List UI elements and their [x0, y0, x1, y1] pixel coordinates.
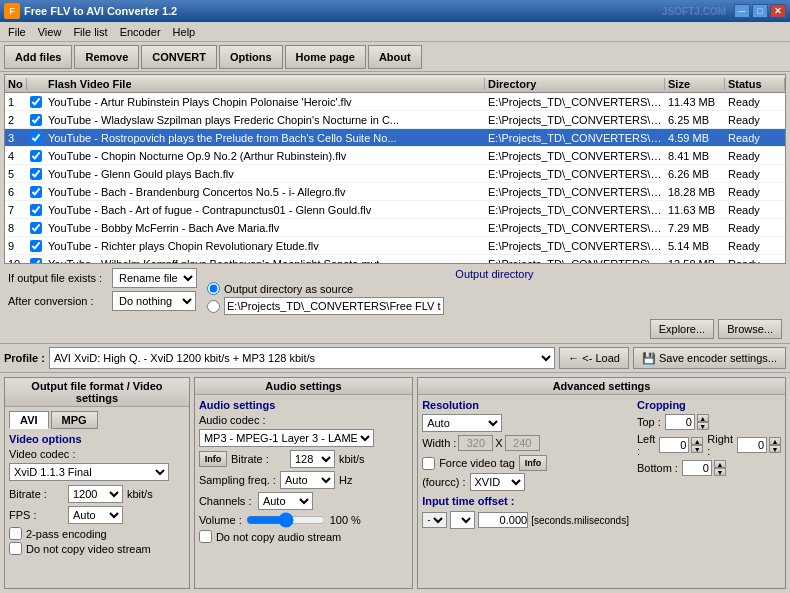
video-codec-label: Video codec :	[9, 448, 75, 460]
table-row[interactable]: 3 YouTube - Rostropovich plays the Prelu…	[5, 129, 785, 147]
menu-view[interactable]: View	[32, 24, 68, 40]
profile-select[interactable]: AVI XviD: High Q. - XviD 1200 kbit/s + M…	[49, 347, 555, 369]
time-unit-select[interactable]: ▼	[450, 511, 475, 529]
explore-button[interactable]: Explore...	[650, 319, 714, 339]
video-panel-title: Output file format / Video settings	[5, 378, 189, 407]
menu-file[interactable]: File	[2, 24, 32, 40]
about-button[interactable]: About	[368, 45, 422, 69]
audio-info-button[interactable]: Info	[199, 451, 227, 467]
crop-left-up[interactable]: ▲	[691, 437, 703, 445]
crop-right-input[interactable]	[737, 437, 767, 453]
row-checkbox[interactable]	[30, 240, 42, 252]
options-button[interactable]: Options	[219, 45, 283, 69]
channels-select[interactable]: Auto Stereo Mono	[258, 492, 313, 510]
remove-button[interactable]: Remove	[74, 45, 139, 69]
row-checkbox[interactable]	[30, 204, 42, 216]
crop-bottom-input[interactable]	[682, 460, 712, 476]
add-files-button[interactable]: Add files	[4, 45, 72, 69]
row-dir: E:\Projects_TD\_CONVERTERS\_FLV	[485, 114, 665, 126]
time-sign-select[interactable]: + -	[422, 512, 447, 528]
row-checkbox[interactable]	[30, 258, 42, 265]
convert-button[interactable]: CONVERT	[141, 45, 217, 69]
crop-left-input[interactable]	[659, 437, 689, 453]
load-profile-icon: ←	[568, 352, 579, 364]
table-row[interactable]: 9 YouTube - Richter plays Chopin Revolut…	[5, 237, 785, 255]
load-profile-button[interactable]: ← <- Load	[559, 347, 629, 369]
crop-top-input[interactable]	[665, 414, 695, 430]
row-checkbox[interactable]	[30, 114, 42, 126]
table-row[interactable]: 10 YouTube - Wilhelm Kempff plays Beetho…	[5, 255, 785, 264]
table-row[interactable]: 6 YouTube - Bach - Brandenburg Concertos…	[5, 183, 785, 201]
audio-codec-select[interactable]: MP3 - MPEG-1 Layer 3 - LAME 3.98 AAC OGG	[199, 429, 374, 447]
row-checkbox[interactable]	[30, 168, 42, 180]
row-checkbox[interactable]	[30, 186, 42, 198]
time-offset-input[interactable]	[478, 512, 528, 528]
volume-slider[interactable]	[246, 513, 326, 527]
row-dir: E:\Projects_TD\_CONVERTERS\_FLV	[485, 150, 665, 162]
row-no: 9	[5, 240, 27, 252]
crop-right-down[interactable]: ▼	[769, 445, 781, 453]
minimize-button[interactable]: ─	[734, 4, 750, 18]
close-button[interactable]: ✕	[770, 4, 786, 18]
table-row[interactable]: 8 YouTube - Bobby McFerrin - Bach Ave Ma…	[5, 219, 785, 237]
menu-filelist[interactable]: File list	[67, 24, 113, 40]
row-no: 2	[5, 114, 27, 126]
bottom-panels: Output file format / Video settings AVI …	[0, 373, 790, 593]
crop-bottom-up[interactable]: ▲	[714, 460, 726, 468]
row-filename: YouTube - Bach - Brandenburg Concertos N…	[45, 186, 485, 198]
no-copy-video-checkbox[interactable]	[9, 542, 22, 555]
crop-top-up[interactable]: ▲	[697, 414, 709, 422]
row-checkbox[interactable]	[30, 222, 42, 234]
bitrate-select[interactable]: 1200 800 600	[68, 485, 123, 503]
table-row[interactable]: 7 YouTube - Bach - Art of fugue - Contra…	[5, 201, 785, 219]
col-status: Status	[725, 78, 785, 90]
table-row[interactable]: 5 YouTube - Glenn Gould plays Bach.flv E…	[5, 165, 785, 183]
crop-bottom-down[interactable]: ▼	[714, 468, 726, 476]
radio-same-dir[interactable]	[207, 282, 220, 295]
if-output-select[interactable]: Rename file Overwrite Skip	[112, 268, 197, 288]
row-status: Ready	[725, 96, 785, 108]
audio-bitrate-select[interactable]: 128 192 256 64	[290, 450, 335, 468]
tab-mpg[interactable]: MPG	[51, 411, 98, 429]
sampling-select[interactable]: Auto 44100 22050	[280, 471, 335, 489]
row-checkbox[interactable]	[30, 132, 42, 144]
custom-dir-input[interactable]	[224, 297, 444, 315]
row-size: 4.59 MB	[665, 132, 725, 144]
crop-top-down[interactable]: ▼	[697, 422, 709, 430]
browse-button[interactable]: Browse...	[718, 319, 782, 339]
title-bar: F Free FLV to AVI Converter 1.2 JSOFTJ.C…	[0, 0, 790, 22]
row-status: Ready	[725, 258, 785, 265]
row-size: 13.58 MB	[665, 258, 725, 265]
force-video-tag-checkbox[interactable]	[422, 457, 435, 470]
row-checkbox[interactable]	[30, 150, 42, 162]
table-row[interactable]: 4 YouTube - Chopin Nocturne Op.9 No.2 (A…	[5, 147, 785, 165]
volume-label: Volume :	[199, 514, 242, 526]
height-input[interactable]	[505, 435, 540, 451]
resolution-select[interactable]: Auto 320x240 640x480	[422, 414, 502, 432]
tab-avi[interactable]: AVI	[9, 411, 49, 429]
menu-encoder[interactable]: Encoder	[114, 24, 167, 40]
home-page-button[interactable]: Home page	[285, 45, 366, 69]
save-encoder-button[interactable]: 💾 Save encoder settings...	[633, 347, 786, 369]
table-row[interactable]: 1 YouTube - Artur Rubinstein Plays Chopi…	[5, 93, 785, 111]
table-row[interactable]: 2 YouTube - Wladyslaw Szpilman plays Fre…	[5, 111, 785, 129]
crop-left-down[interactable]: ▼	[691, 445, 703, 453]
width-input[interactable]	[458, 435, 493, 451]
no-copy-audio-checkbox[interactable]	[199, 530, 212, 543]
header-logo: JSOFTJ.COM	[662, 6, 726, 17]
bitrate-unit: kbit/s	[127, 488, 153, 500]
crop-right-up[interactable]: ▲	[769, 437, 781, 445]
row-checkbox[interactable]	[30, 96, 42, 108]
advanced-panel: Advanced settings Resolution Auto 320x24…	[417, 377, 786, 589]
radio-custom-dir[interactable]	[207, 300, 220, 313]
maximize-button[interactable]: □	[752, 4, 768, 18]
menu-help[interactable]: Help	[167, 24, 202, 40]
row-no: 6	[5, 186, 27, 198]
two-pass-checkbox[interactable]	[9, 527, 22, 540]
after-conversion-select[interactable]: Do nothing Open folder Shutdown	[112, 291, 196, 311]
resolution-label: Resolution	[422, 399, 629, 411]
force-tag-info-button[interactable]: Info	[519, 455, 547, 471]
fps-select[interactable]: Auto 25 30	[68, 506, 123, 524]
fourcc-select[interactable]: XVID DIVX DX50	[470, 473, 525, 491]
video-codec-select[interactable]: XviD 1.1.3 Final DivX H.264	[9, 463, 169, 481]
